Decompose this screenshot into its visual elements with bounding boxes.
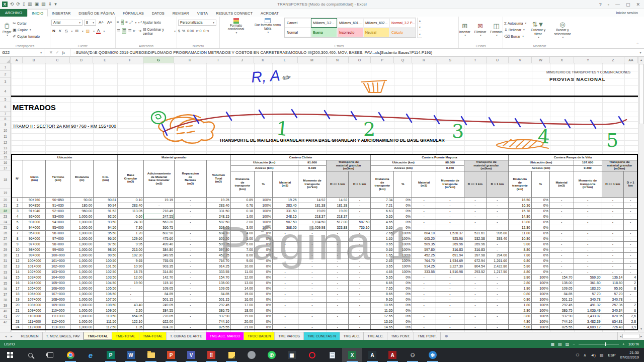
table-cell[interactable]: 110+000 — [23, 313, 46, 319]
table-cell[interactable]: 8 — [624, 286, 637, 291]
table-cell[interactable]: - — [624, 197, 637, 203]
tab-scroll-right-icon[interactable]: ▸ — [11, 334, 12, 338]
table-cell[interactable]: - — [602, 230, 624, 236]
table-cell[interactable]: - — [349, 258, 371, 263]
table-cell[interactable]: 925.96 — [436, 236, 464, 241]
table-cell[interactable]: - — [549, 208, 574, 214]
taskbar-file-explorer-icon[interactable] — [141, 348, 161, 362]
table-cell[interactable]: 1,000.00 — [70, 319, 94, 324]
table-cell[interactable]: 501.15 — [549, 297, 574, 302]
table-cell[interactable]: - — [174, 319, 206, 324]
table-cell[interactable]: 99+000 — [23, 252, 46, 258]
table-cell[interactable]: - — [174, 236, 206, 241]
row-header-12[interactable]: 12 — [0, 140, 11, 145]
row-header-3[interactable]: 3 — [0, 78, 11, 85]
table-cell[interactable]: 1,934.69 — [436, 258, 464, 263]
table-cell[interactable]: - — [486, 219, 508, 225]
taskbar-autocad-icon[interactable]: A — [362, 348, 382, 362]
table-cell[interactable]: - — [574, 236, 602, 241]
table-cell[interactable]: 360.75 — [144, 225, 175, 230]
table-cell[interactable]: 597.80 — [412, 247, 436, 252]
sheet-tab-tmg-pont-[interactable]: TMG PONT. — [387, 332, 414, 340]
copy-button[interactable]: ▣Copiar▾ — [13, 27, 40, 33]
table-cell[interactable]: 100% — [531, 297, 549, 302]
table-cell[interactable]: - — [174, 219, 206, 225]
table-cell[interactable]: - — [349, 302, 371, 308]
column-header-B[interactable]: B — [23, 57, 45, 63]
table-cell[interactable]: - — [602, 247, 624, 252]
sheet-tab-tmg-alc-[interactable]: TMG ALC. — [340, 332, 364, 340]
table-cell[interactable]: 323.88 — [327, 225, 349, 230]
page-break-icon[interactable]: ▨ — [566, 342, 570, 346]
table-cell[interactable]: - — [549, 230, 574, 236]
table-cell[interactable]: - — [412, 280, 436, 286]
table-cell[interactable]: 18.00 — [230, 308, 254, 313]
row-header-17[interactable]: 17 — [0, 165, 11, 171]
ribbon-tab-vista[interactable]: VISTA — [193, 9, 212, 17]
table-cell[interactable]: 6.63 — [371, 208, 394, 214]
table-cell[interactable]: 1.00 — [230, 214, 254, 219]
table-cell[interactable]: 820.95 — [602, 313, 624, 319]
table-cell[interactable]: - — [144, 203, 175, 208]
table-cell[interactable]: 100% — [254, 225, 272, 230]
taskbar-edge-icon[interactable]: e — [80, 348, 101, 362]
autosum-button[interactable]: ΣAutosuma▾ — [504, 20, 526, 26]
table-cell[interactable]: - — [486, 297, 508, 302]
table-cell[interactable]: - — [464, 313, 486, 319]
table-cell[interactable]: 129.60 — [118, 236, 144, 241]
table-cell[interactable]: 105+000 — [46, 280, 70, 286]
table-cell[interactable]: 9 — [12, 241, 23, 247]
table-cell[interactable]: 764.70 — [206, 258, 230, 263]
table-cell[interactable]: 115.10 — [144, 280, 175, 286]
table-cell[interactable]: 1,000.00 — [70, 275, 94, 280]
table-cell[interactable]: 110+000 — [46, 308, 70, 313]
table-cell[interactable]: - — [464, 297, 486, 302]
table-cell[interactable]: 110.50 — [94, 313, 118, 319]
column-header-C[interactable]: C — [45, 57, 70, 63]
gallery-down-icon[interactable]: ▼ — [418, 24, 422, 31]
table-cell[interactable]: - — [574, 263, 602, 269]
table-cell[interactable]: 333.55 — [412, 269, 436, 275]
table-cell[interactable]: - — [174, 313, 206, 319]
table-cell[interactable]: 340.78 — [574, 297, 602, 302]
table-cell[interactable]: 531.61 — [464, 230, 486, 236]
table-cell[interactable]: - — [174, 291, 206, 297]
table-cell[interactable]: 90+850 — [46, 197, 70, 203]
sheet-tab-tme-alc-[interactable]: TME ALC. — [364, 332, 387, 340]
table-cell[interactable]: 19.25 — [206, 197, 230, 203]
table-cell[interactable]: 0% — [531, 236, 549, 241]
table-cell[interactable]: - — [272, 313, 298, 319]
table-cell[interactable]: - — [272, 230, 298, 236]
fill-button[interactable]: ⇓Rellenar▾ — [504, 27, 526, 33]
table-cell[interactable]: - — [298, 269, 327, 275]
table-cell[interactable]: 13.80 — [508, 219, 531, 225]
table-cell[interactable]: - — [574, 214, 602, 219]
table-cell[interactable]: - — [349, 236, 371, 241]
style-item[interactable]: Cálculo — [389, 28, 416, 37]
table-cell[interactable]: 499.40 — [144, 241, 175, 247]
table-cell[interactable]: - — [174, 275, 206, 280]
table-cell[interactable]: 91.52 — [94, 208, 118, 214]
table-cell[interactable]: 180.00 — [70, 203, 94, 208]
table-cell[interactable]: 1,261.60 — [486, 258, 508, 263]
table-cell[interactable]: 12.65 — [371, 313, 394, 319]
table-cell[interactable]: - — [549, 219, 574, 225]
hscroll-left-icon[interactable]: ◂ — [620, 334, 621, 338]
table-cell[interactable]: 18.75 — [118, 269, 144, 275]
table-cell[interactable]: 181.38 — [327, 203, 349, 208]
table-cell[interactable]: 99+000 — [46, 247, 70, 252]
table-cell[interactable]: 825.55 — [206, 324, 230, 330]
table-cell[interactable]: 9.65 — [118, 258, 144, 263]
table-cell[interactable]: 1,217.50 — [486, 269, 508, 275]
table-cell[interactable]: 283.40 — [206, 203, 230, 208]
table-cell[interactable]: 0% — [254, 269, 272, 275]
table-cell[interactable]: - — [464, 214, 486, 219]
table-cell[interactable]: - — [349, 297, 371, 302]
table-cell[interactable]: 314.80 — [144, 269, 175, 275]
table-cell[interactable]: - — [327, 308, 349, 313]
zoom-in-icon[interactable]: + — [622, 342, 625, 346]
table-cell[interactable]: - — [486, 280, 508, 286]
table-cell[interactable]: 1.65 — [371, 252, 394, 258]
table-cell[interactable]: - — [412, 286, 436, 291]
table-cell[interactable]: 2 — [624, 280, 637, 286]
